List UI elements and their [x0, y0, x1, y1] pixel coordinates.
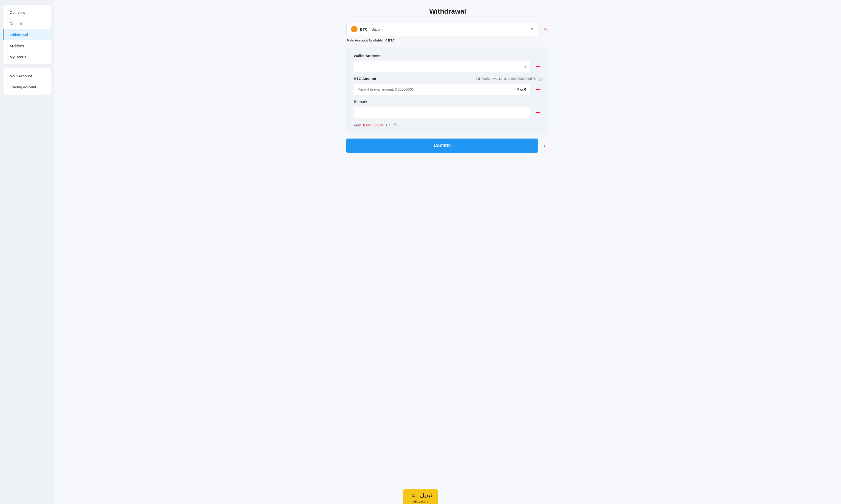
currency-fullname: Bitcoin	[372, 27, 383, 31]
sidebar-account-card: Main Account Trading account	[3, 68, 51, 94]
available-value: 0 BTC	[385, 38, 395, 42]
sidebar-item-deposit[interactable]: Deposit	[3, 18, 51, 29]
sidebar-item-main-account[interactable]: Main Account	[3, 70, 51, 82]
btc-icon-text: ₿	[354, 28, 355, 31]
currency-symbol: BTC	[360, 27, 367, 31]
available-balance: Main Account Available: 0 BTC	[346, 38, 549, 42]
red-arrow-amount: ←	[535, 86, 542, 93]
confirm-button[interactable]: Confirm	[346, 139, 538, 152]
remark-input[interactable]	[354, 107, 531, 118]
limit-value: 24H Withdrawal Limit: 2.00000000/2.0BTC	[476, 77, 536, 80]
limit-info-icon[interactable]: ?	[538, 77, 542, 81]
red-arrow-currency: ←	[542, 26, 549, 33]
fee-label: Fee:	[354, 123, 361, 127]
red-arrow-confirm: ←	[542, 142, 549, 149]
max-button[interactable]: Max 0	[512, 84, 531, 95]
available-label: Main Account Available:	[347, 38, 384, 42]
currency-selector[interactable]: ₿ BTC Bitcoin ▼	[346, 22, 538, 36]
svg-text:☺: ☺	[411, 493, 416, 498]
wallet-address-label: Wallet Address:	[354, 54, 542, 58]
sidebar-item-overview[interactable]: Overview	[3, 7, 51, 18]
fee-value: 0.00050000	[363, 123, 383, 127]
wallet-dropdown-btn[interactable]: ▼	[520, 61, 531, 72]
currency-left: ₿ BTC Bitcoin	[351, 26, 383, 32]
main-content: Withdrawal ₿ BTC Bitcoin ▼ ← Main Accoun…	[54, 0, 841, 504]
logo-sub-text: tabdeal.org	[412, 500, 429, 503]
btc-amount-section: BTC Amount 24H Withdrawal Limit: 2.00000…	[354, 76, 542, 95]
sidebar-item-archives[interactable]: Archives	[3, 40, 51, 51]
currency-dropdown-arrow: ▼	[530, 27, 533, 31]
wallet-address-section: Wallet Address: ▼ ←	[354, 54, 542, 72]
logo-icon: ☺	[409, 491, 418, 500]
amount-input[interactable]	[354, 84, 512, 95]
sidebar: Overview Deposit Withdrawal Archives My …	[0, 0, 54, 504]
fee-info-icon[interactable]: ?	[393, 123, 397, 127]
red-arrow-wallet: ←	[535, 63, 542, 70]
withdrawal-form: ₿ BTC Bitcoin ▼ ← Main Account Available…	[346, 22, 549, 152]
remark-section: Remark: ←	[354, 100, 542, 118]
fee-row: Fee: 0.00050000 BTC ?	[354, 123, 542, 127]
confirm-row: Confirm ←	[346, 139, 549, 152]
fee-currency: BTC	[385, 123, 391, 127]
bottom-logo: ☺ تبديل tabdeal.org	[403, 489, 438, 504]
sidebar-item-my-bonus[interactable]: My Bonus	[3, 51, 51, 62]
red-arrow-remark: ←	[535, 109, 542, 116]
sidebar-item-withdrawal[interactable]: Withdrawal	[3, 29, 51, 40]
remark-label: Remark:	[354, 100, 542, 104]
sidebar-nav-card: Overview Deposit Withdrawal Archives My …	[3, 5, 51, 65]
amount-header: BTC Amount 24H Withdrawal Limit: 2.00000…	[354, 76, 542, 81]
form-card: Wallet Address: ▼ ← BTC Amount 24H Withd…	[346, 47, 549, 134]
page-title: Withdrawal	[64, 7, 831, 15]
limit-text: 24H Withdrawal Limit: 2.00000000/2.0BTC …	[476, 77, 542, 81]
logo-brand-text: تبديل	[420, 492, 432, 499]
btc-amount-label: BTC Amount	[354, 76, 376, 81]
btc-icon: ₿	[351, 26, 358, 32]
currency-row: ₿ BTC Bitcoin ▼ ←	[346, 22, 549, 36]
wallet-address-input[interactable]	[354, 61, 520, 72]
sidebar-item-trading-account[interactable]: Trading account	[3, 82, 51, 93]
